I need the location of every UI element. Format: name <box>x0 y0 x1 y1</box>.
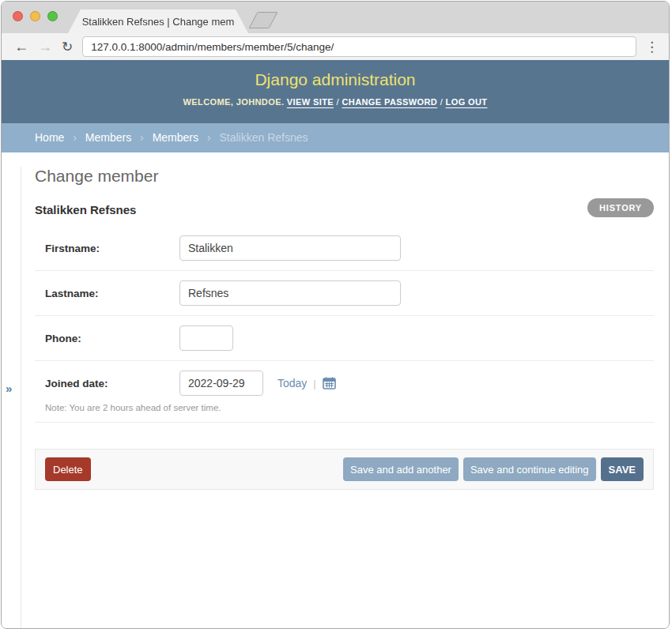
breadcrumb-members-app[interactable]: Members <box>85 131 131 144</box>
user-tools: WELCOME, JOHNDOE. VIEW SITE / CHANGE PAS… <box>2 97 669 107</box>
reload-icon[interactable]: ↻ <box>57 40 77 54</box>
field-row-joined-date: Joined date: Today | <box>35 361 654 423</box>
joined-date-label: Joined date: <box>45 378 179 389</box>
url-bar <box>82 36 636 57</box>
delete-button[interactable]: Delete <box>45 457 91 481</box>
browser-window: Stalikken Refsnes | Change mem ← → ↻ ⋮ D… <box>1 1 670 629</box>
breadcrumb-home[interactable]: Home <box>35 131 64 144</box>
today-link[interactable]: Today <box>277 377 307 389</box>
firstname-field[interactable] <box>179 235 401 261</box>
save-and-add-another-button[interactable]: Save and add another <box>343 457 459 481</box>
tab-strip: Stalikken Refsnes | Change mem <box>2 2 669 33</box>
change-form: Change member HISTORY Stalikken Refsnes … <box>22 167 669 490</box>
joined-date-field[interactable] <box>179 371 263 396</box>
traffic-lights <box>13 11 58 21</box>
tab-title: Stalikken Refsnes | Change mem <box>82 16 235 28</box>
lastname-field[interactable] <box>179 280 401 306</box>
page-head: Change member HISTORY Stalikken Refsnes <box>35 167 654 216</box>
breadcrumb: Home › Members › Members › Stalikken Ref… <box>2 123 669 152</box>
close-window-button[interactable] <box>13 11 23 21</box>
history-button[interactable]: HISTORY <box>587 198 654 217</box>
back-icon[interactable]: ← <box>9 40 33 54</box>
date-shortcuts: Today | <box>277 377 336 389</box>
breadcrumb-current: Stalikken Refsnes <box>219 131 308 144</box>
forward-icon[interactable]: → <box>33 40 57 54</box>
field-row-lastname: Lastname: <box>35 271 654 316</box>
firstname-label: Firstname: <box>45 243 179 254</box>
url-input[interactable] <box>83 41 636 53</box>
browser-tab[interactable]: Stalikken Refsnes | Change mem <box>68 9 248 33</box>
sidebar-toggle-icon[interactable]: » <box>6 382 12 395</box>
username: JOHNDOE <box>236 97 281 107</box>
submit-row: Delete Save and add another Save and con… <box>35 449 654 490</box>
save-and-continue-button[interactable]: Save and continue editing <box>463 457 596 481</box>
phone-field[interactable] <box>179 325 233 351</box>
field-row-firstname: Firstname: <box>35 226 654 271</box>
view-site-link[interactable]: VIEW SITE <box>287 97 334 107</box>
new-tab-button[interactable] <box>248 12 277 28</box>
browser-menu-icon[interactable]: ⋮ <box>643 39 661 55</box>
maximize-window-button[interactable] <box>47 11 58 21</box>
minimize-window-button[interactable] <box>30 11 40 21</box>
calendar-icon[interactable] <box>323 377 336 389</box>
object-title: Stalikken Refsnes <box>35 203 654 216</box>
browser-toolbar: ← → ↻ ⋮ <box>2 33 669 60</box>
main-content: » Change member HISTORY Stalikken Refsne… <box>2 167 669 629</box>
lastname-label: Lastname: <box>45 288 179 299</box>
field-row-phone: Phone: <box>35 316 654 361</box>
save-button[interactable]: SAVE <box>601 457 644 481</box>
breadcrumb-members-model[interactable]: Members <box>153 131 198 144</box>
log-out-link[interactable]: LOG OUT <box>446 97 488 107</box>
nav-sidebar-collapsed: » <box>2 167 21 629</box>
site-title: Django administration <box>2 60 669 89</box>
welcome-text: WELCOME, <box>183 97 234 107</box>
page-title: Change member <box>35 167 654 186</box>
phone-label: Phone: <box>45 333 179 344</box>
change-password-link[interactable]: CHANGE PASSWORD <box>342 97 437 107</box>
timezone-note: Note: You are 2 hours ahead of server ti… <box>45 403 654 412</box>
admin-header: Django administration WELCOME, JOHNDOE. … <box>2 60 669 123</box>
